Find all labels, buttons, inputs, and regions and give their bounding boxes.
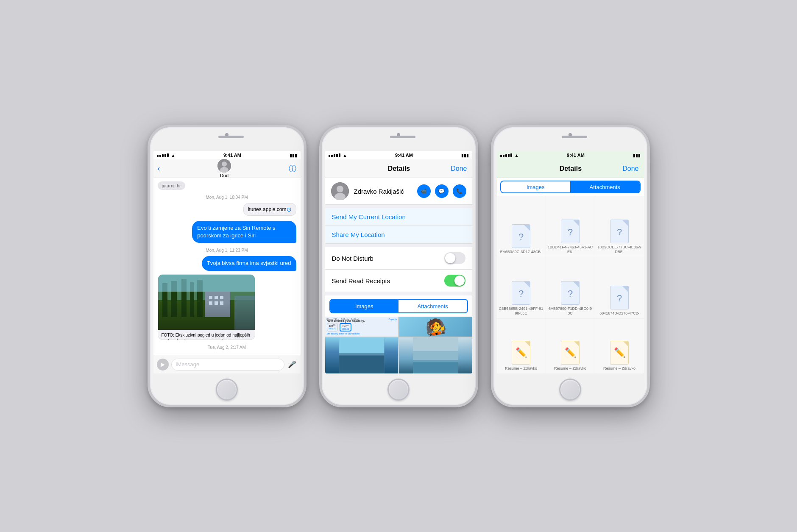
attachment-filename: 18B9CCEE-77BC-4E06-9DBE-: [597, 245, 642, 254]
share-location-button[interactable]: Share My Location: [325, 226, 472, 244]
file-question-mark: ?: [617, 227, 622, 238]
status-time: 9:41 AM: [567, 153, 585, 158]
dot5: [339, 153, 340, 157]
home-button[interactable]: [387, 379, 410, 401]
delivery-text: See delivery dates for your location: [327, 332, 397, 335]
image-cell-4[interactable]: [399, 337, 472, 373]
image-cell-1[interactable]: Now choose your capacity. 128GB1869.00 2…: [325, 317, 398, 337]
tab-images[interactable]: Images: [501, 181, 571, 192]
nav-contact-center: Dud: [217, 159, 231, 178]
list-item: Tvoja bivsa firma ima svjestki ured: [158, 256, 296, 270]
send-read-receipts-toggle[interactable]: [444, 275, 465, 287]
svg-rect-12: [215, 296, 218, 299]
svg-point-1: [222, 162, 227, 167]
volume-down-button: [491, 213, 491, 233]
phone1-screen: ▲ 9:41 AM ▮▮▮ ‹ Dud: [153, 151, 301, 373]
messages-nav-bar: ‹ Dud ⓘ: [153, 159, 301, 178]
status-bar: ▲ 9:41 AM ▮▮▮: [325, 151, 472, 159]
section-gap-2: [325, 244, 472, 247]
attachment-filename: Resume – Zdravko: [554, 366, 586, 371]
done-button[interactable]: Done: [622, 165, 638, 173]
attachments-grid: ? EA6B3A0C-3D17-48CB- ? 1BBD41F4-7463-43…: [497, 196, 644, 373]
list-item[interactable]: ✏️ Resume – Zdravko: [546, 319, 595, 373]
expand-icon: ▶: [161, 362, 164, 368]
home-button[interactable]: [216, 379, 238, 401]
list-item[interactable]: ? EA6B3A0C-3D17-48CB-: [497, 196, 546, 257]
list-item[interactable]: ? 1BBD41F4-7463-43A1-ACE6-: [546, 196, 595, 257]
svg-rect-9: [197, 280, 203, 317]
incoming-site: jutarnji.hr: [158, 181, 185, 190]
microphone-button[interactable]: 🎤: [287, 359, 297, 370]
wifi-icon: ▲: [343, 153, 347, 158]
battery-area: ▮▮▮: [633, 153, 641, 158]
attachment-filename: EA6B3A0C-3D17-48CB-: [500, 250, 542, 254]
phone-speaker: [218, 136, 244, 138]
attachment-filename: Resume – Zdravko: [505, 366, 537, 371]
file-icon: ?: [510, 279, 532, 305]
signal-dots: [329, 153, 340, 157]
status-bar: ▲ 9:41 AM ▮▮▮: [497, 151, 644, 159]
message-input-bar: ▶ iMessage 🎤: [153, 355, 301, 373]
attachment-filename: 6041674D-D276-47C2-: [599, 311, 639, 316]
list-item: jutarnji.hr: [158, 181, 296, 190]
list-item[interactable]: ? 18B9CCEE-77BC-4E06-9DBE-: [595, 196, 644, 257]
resume-icon: ✏️: [561, 341, 580, 365]
home-button[interactable]: [559, 379, 581, 401]
list-item[interactable]: ? 6041674D-D276-47C2-: [595, 257, 644, 318]
resume-icon: ✏️: [610, 341, 629, 365]
send-current-location-button[interactable]: Send My Current Location: [325, 208, 472, 226]
do-not-disturb-label: Do Not Disturb: [332, 255, 373, 262]
info-button[interactable]: ⓘ: [289, 164, 296, 174]
list-item[interactable]: ? 6AB97890-F1DD-4BC0-93C: [546, 257, 595, 318]
svg-rect-6: [171, 281, 177, 317]
list-item[interactable]: ✏️ Resume – Zdravko: [595, 319, 644, 373]
battery-area: ▮▮▮: [461, 153, 469, 158]
tab-attachments[interactable]: Attachments: [570, 181, 640, 192]
image-cell-3[interactable]: [325, 337, 398, 373]
list-item: itunes.apple.com ⊙: [158, 203, 296, 217]
contact-actions: 📹 💬 📞: [417, 184, 466, 198]
file-question-mark: ?: [568, 227, 573, 238]
signal-area: ▲: [157, 153, 176, 158]
do-not-disturb-toggle[interactable]: [444, 252, 465, 264]
attachment-filename: C6B6B65B-2491-49FF-9198-86E: [499, 306, 544, 316]
phone-call-button[interactable]: 📞: [453, 184, 466, 198]
phone-1: ▲ 9:41 AM ▮▮▮ ‹ Dud: [148, 125, 307, 407]
tab-attachments[interactable]: Attachments: [398, 300, 467, 312]
list-item[interactable]: ✏️ Resume – Zdravko: [497, 319, 546, 373]
message-date: Mon, Aug 1, 11:23 PM: [158, 248, 296, 253]
contact-name: Dud: [220, 173, 229, 178]
list-item[interactable]: ? C6B6B65B-2491-49FF-9198-86E: [497, 257, 546, 318]
battery-area: ▮▮▮: [290, 153, 297, 158]
section-gap: [325, 205, 472, 208]
file-icon: ?: [608, 218, 630, 243]
message-button[interactable]: 💬: [435, 184, 449, 198]
images-tab-label: Images: [527, 184, 545, 190]
message-input-field[interactable]: iMessage: [171, 359, 284, 370]
send-read-receipts-label: Send Read Receipts: [332, 277, 390, 284]
capacity-badge: Capacity: [389, 318, 397, 320]
file-question-mark: ?: [568, 288, 573, 299]
done-button[interactable]: Done: [451, 165, 467, 173]
svg-rect-8: [190, 282, 194, 317]
contact-avatar: [331, 182, 349, 200]
dot1: [500, 155, 502, 157]
battery-icon: ▮▮▮: [461, 153, 469, 158]
info-icon: ⓘ: [289, 164, 296, 173]
message-date: Tue, Aug 2, 2:17 AM: [158, 345, 296, 350]
image-placeholder: [158, 275, 255, 330]
dot1: [329, 155, 330, 157]
toggle-knob: [445, 253, 455, 263]
svg-point-20: [337, 186, 343, 192]
video-call-button[interactable]: 📹: [417, 184, 431, 198]
image-cell-2[interactable]: 🎮 🧑‍🎤: [399, 317, 472, 337]
toggle-section: Do Not Disturb Send Read Receipts: [325, 247, 472, 292]
contact-avatar: [217, 159, 231, 173]
expand-button[interactable]: ▶: [157, 359, 169, 370]
status-time: 9:41 AM: [395, 153, 413, 158]
back-button[interactable]: ‹: [158, 164, 160, 173]
boat-image: [399, 337, 472, 373]
media-tabs: Images Attachments: [329, 299, 468, 313]
svg-rect-10: [205, 292, 230, 317]
tab-images[interactable]: Images: [330, 300, 399, 312]
